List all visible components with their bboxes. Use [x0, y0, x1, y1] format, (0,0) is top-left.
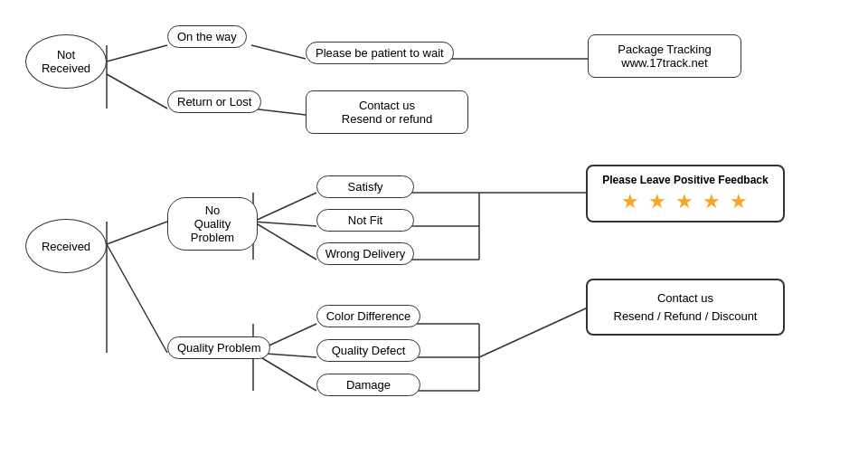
color-difference-node: Color Difference: [316, 305, 420, 327]
no-quality-problem-node: No Quality Problem: [167, 197, 258, 251]
return-or-lost-node: Return or Lost: [167, 90, 261, 113]
svg-line-12: [253, 222, 316, 226]
positive-feedback-label: Please Leave Positive Feedback: [599, 174, 772, 186]
satisfy-node: Satisfy: [316, 175, 414, 198]
on-the-way-node: On the way: [167, 25, 247, 48]
package-tracking-node: Package Tracking www.17track.net: [588, 34, 741, 78]
svg-line-28: [479, 308, 588, 357]
quality-defect-node: Quality Defect: [316, 339, 420, 362]
svg-line-3: [251, 45, 306, 59]
quality-problem-node: Quality Problem: [167, 336, 270, 359]
contact-us-refund-box: Contact us Resend / Refund / Discount: [586, 279, 785, 336]
svg-line-1: [107, 74, 167, 109]
svg-line-8: [107, 244, 167, 353]
wrong-delivery-node: Wrong Delivery: [316, 242, 414, 265]
contact-us-refund-label: Contact us Resend / Refund / Discount: [599, 289, 772, 325]
not-received-node: Not Received: [25, 34, 107, 89]
svg-line-7: [107, 222, 167, 244]
positive-feedback-box: Please Leave Positive Feedback ★ ★ ★ ★ ★: [586, 165, 785, 223]
svg-line-13: [253, 222, 316, 260]
svg-line-11: [253, 193, 316, 222]
stars-display: ★ ★ ★ ★ ★: [599, 190, 772, 213]
svg-line-5: [251, 109, 306, 115]
svg-line-0: [107, 45, 167, 62]
damage-node: Damage: [316, 374, 420, 396]
diagram: Not Received On the way Return or Lost P…: [0, 0, 868, 464]
not-fit-node: Not Fit: [316, 209, 414, 232]
received-node: Received: [25, 219, 107, 273]
contact-resend-node: Contact us Resend or refund: [306, 90, 468, 134]
patient-node: Please be patient to wait: [306, 42, 454, 64]
